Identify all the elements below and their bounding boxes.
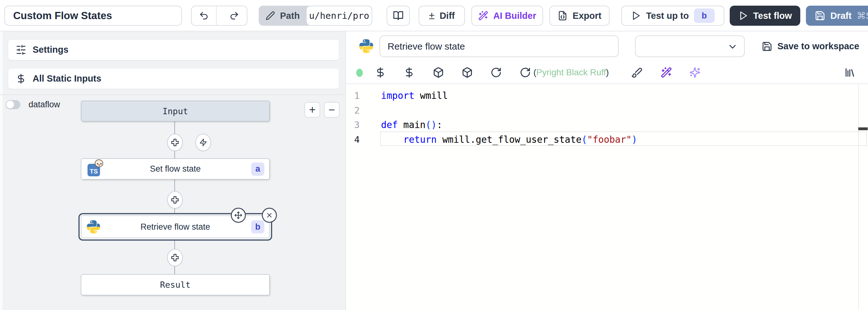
editor-gutter: 1234: [346, 88, 360, 147]
brush-icon: [631, 67, 643, 78]
add-resource-button[interactable]: [462, 67, 473, 78]
wand-sparkles-icon: [661, 67, 672, 78]
zoom-in-button[interactable]: +: [305, 102, 320, 118]
docs-button[interactable]: [386, 6, 410, 26]
test-flow-label: Test flow: [753, 11, 792, 21]
step-id-badge: b: [251, 220, 265, 233]
step-node-label: Retrieve flow state: [141, 222, 210, 232]
path-label: Path: [280, 11, 300, 21]
editor-code[interactable]: import wmilldef main(): return wmill.get…: [381, 88, 856, 147]
pencil-icon: [266, 11, 275, 20]
input-node[interactable]: Input: [81, 101, 270, 121]
format-code-button[interactable]: [631, 67, 643, 78]
close-icon: [266, 212, 273, 219]
move-icon: [234, 211, 242, 219]
step-editor-panel: Save to workspace (Pyr: [346, 31, 868, 310]
add-step-button[interactable]: [167, 249, 183, 266]
add-trigger-button[interactable]: [195, 134, 211, 151]
redo-button[interactable]: [222, 6, 247, 25]
wand-sparkles-icon: [478, 11, 488, 21]
ai-sparkles-button[interactable]: [689, 67, 701, 78]
all-static-inputs-label: All Static Inputs: [33, 74, 101, 84]
plus-icon: [170, 195, 179, 204]
sliders-icon: [16, 45, 26, 55]
file-json-icon: [558, 11, 567, 21]
python-icon: [87, 220, 100, 233]
step-name-input[interactable]: [379, 35, 619, 57]
flow-graph: dataflow + − Input TS Set flow state a: [0, 95, 345, 310]
ai-builder-label: AI Builder: [493, 11, 536, 21]
play-icon: [631, 11, 641, 21]
topbar: Path u/henri/pro ± Diff AI Builder Expor…: [0, 0, 868, 31]
sparkles-icon: [689, 67, 701, 78]
all-static-inputs-row[interactable]: All Static Inputs: [8, 68, 339, 89]
plus-minus-icon: ±: [429, 10, 435, 22]
chevron-down-icon: [727, 41, 738, 52]
package-icon: [462, 67, 473, 78]
path-label-segment: Path: [259, 11, 306, 21]
delete-step-button[interactable]: [262, 208, 277, 223]
add-step-button[interactable]: [167, 134, 183, 151]
refresh-icon: [491, 67, 502, 78]
ai-edit-button[interactable]: [661, 67, 672, 78]
diff-button[interactable]: ± Diff: [418, 6, 465, 26]
dataflow-toggle[interactable]: [6, 100, 20, 109]
add-variable-button[interactable]: [375, 67, 386, 78]
refresh-icon: [520, 67, 531, 78]
step-header: Save to workspace: [346, 31, 868, 61]
flow-title-input[interactable]: [4, 6, 182, 26]
dollar-icon: [404, 67, 415, 78]
bun-typescript-icon: TS: [88, 162, 101, 176]
step-node-label: Set flow state: [150, 164, 201, 174]
save-icon: [815, 10, 825, 21]
ai-builder-button[interactable]: AI Builder: [471, 6, 543, 26]
test-up-to-label: Test up to: [646, 11, 689, 21]
save-to-workspace-button[interactable]: Save to workspace: [760, 31, 861, 61]
lsp-ready-indicator: [356, 69, 363, 77]
step-node-a[interactable]: TS Set flow state a: [81, 159, 270, 179]
dollar-icon: [16, 74, 26, 84]
save-icon: [762, 41, 772, 52]
reload-assistants-button[interactable]: [520, 67, 531, 78]
undo-redo-group: [191, 6, 247, 26]
dataflow-label: dataflow: [29, 100, 60, 110]
lsp-label: Pyright Black Ruff: [536, 67, 606, 78]
reload-button[interactable]: [491, 67, 502, 78]
lightning-icon: [199, 138, 207, 146]
add-resource-button[interactable]: [433, 67, 444, 78]
settings-row[interactable]: Settings: [8, 39, 339, 60]
redo-icon: [229, 11, 239, 21]
move-step-handle[interactable]: [231, 208, 246, 223]
save-to-workspace-label: Save to workspace: [777, 41, 859, 52]
path-button[interactable]: Path u/henri/pro: [259, 6, 372, 26]
library-button[interactable]: [844, 67, 856, 78]
path-value[interactable]: u/henri/pro: [306, 6, 372, 26]
result-node[interactable]: Result: [81, 274, 270, 295]
dollar-icon: [375, 67, 386, 78]
add-step-button[interactable]: [167, 191, 183, 209]
lsp-paren: (: [533, 67, 536, 78]
test-up-to-button[interactable]: Test up to b: [621, 6, 724, 26]
draft-save-button[interactable]: Draft ⌘S: [806, 6, 868, 26]
overview-ruler[interactable]: [858, 84, 859, 310]
step-id-badge: a: [251, 163, 265, 176]
bun-face-icon: [95, 160, 103, 167]
cursor-position-marker: [858, 128, 868, 130]
test-flow-button[interactable]: Test flow: [730, 6, 800, 26]
undo-button[interactable]: [192, 6, 217, 25]
undo-icon: [199, 11, 209, 21]
export-button[interactable]: Export: [549, 6, 610, 26]
diff-label: Diff: [440, 11, 455, 21]
settings-label: Settings: [33, 45, 68, 55]
add-variable-button[interactable]: [404, 67, 415, 78]
zoom-out-button[interactable]: −: [324, 102, 340, 118]
python-icon: [360, 39, 373, 53]
lsp-paren: ): [606, 67, 609, 78]
code-editor[interactable]: 1234 import wmilldef main(): return wmil…: [346, 84, 868, 310]
tag-select[interactable]: [635, 35, 745, 57]
book-open-icon: [393, 10, 404, 21]
main-area: Settings All Static Inputs dataflow + − …: [0, 31, 868, 310]
export-label: Export: [572, 11, 601, 21]
editor-toolbar: (Pyright Black Ruff): [346, 61, 868, 84]
package-icon: [433, 67, 444, 78]
